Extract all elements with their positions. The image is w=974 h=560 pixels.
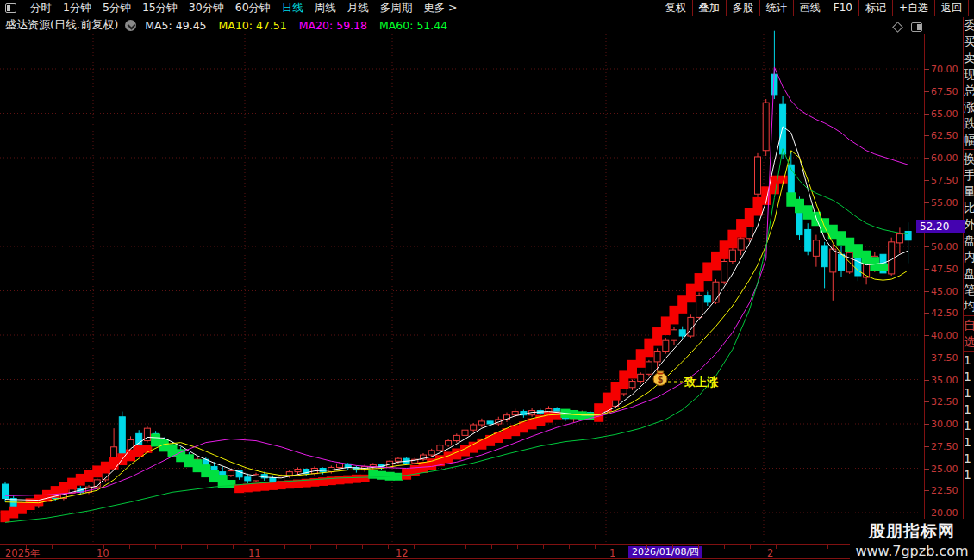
trend-brick xyxy=(360,475,370,482)
price-tick xyxy=(924,69,929,70)
toolbar-button-6[interactable]: 标记 xyxy=(858,0,892,16)
strip-glyph: 跌 xyxy=(964,115,974,132)
stock-title: 盛达资源(日线.前复权) xyxy=(0,17,118,33)
period-tab-4[interactable]: 30分钟 xyxy=(189,1,224,16)
candle-body xyxy=(471,425,477,430)
trend-brick xyxy=(803,205,813,219)
candle-body xyxy=(638,374,644,381)
candle-body xyxy=(337,464,343,467)
period-tab-0[interactable]: 分时 xyxy=(30,1,52,16)
price-label: 55.00 xyxy=(931,197,965,208)
toolbar-button-1[interactable]: 叠加 xyxy=(692,0,726,16)
toolbar-button-3[interactable]: 统计 xyxy=(759,0,793,16)
candle-body xyxy=(3,484,9,498)
period-tab-10[interactable]: 更多 > xyxy=(423,1,457,16)
annotation-text: 致上涨 xyxy=(684,376,719,389)
candle-body xyxy=(654,352,660,362)
candle-body xyxy=(805,229,811,251)
trend-brick xyxy=(670,306,679,325)
period-tab-6[interactable]: 日线 xyxy=(282,1,303,16)
candle-body xyxy=(839,254,845,271)
trend-brick xyxy=(109,457,119,470)
candle-body xyxy=(721,262,727,283)
date-tick xyxy=(672,545,673,549)
toolbar-button-5[interactable]: F10 xyxy=(827,0,858,16)
trend-brick xyxy=(444,451,453,463)
price-label: 70.00 xyxy=(931,64,965,75)
toolbar-button-2[interactable]: 多股 xyxy=(726,0,759,16)
trend-brick xyxy=(393,473,403,481)
trend-brick xyxy=(377,471,386,480)
price-tick xyxy=(924,246,929,247)
price-tick xyxy=(924,446,929,447)
date-tick xyxy=(129,545,130,549)
trend-brick xyxy=(268,482,278,490)
strip-glyph: 1 xyxy=(964,467,974,483)
toolbar-button-7[interactable]: +自选 xyxy=(892,0,934,16)
trend-brick xyxy=(343,476,353,484)
strip-glyph: 1 xyxy=(964,352,974,369)
price-label: 62.50 xyxy=(931,130,965,141)
candle-body xyxy=(696,296,702,318)
price-tick xyxy=(924,158,929,159)
price-tick xyxy=(924,469,929,470)
candle-body xyxy=(671,330,677,340)
ma-readout: MA5: 49.45MA10: 47.51MA20: 59.18MA60: 51… xyxy=(145,19,447,32)
date-tick xyxy=(776,545,777,549)
ma-value-2: MA20: 59.18 xyxy=(299,19,367,32)
ma-value-0: MA5: 49.45 xyxy=(145,19,206,32)
toolbar-button-8[interactable]: 返回 xyxy=(934,0,969,16)
candle-body xyxy=(821,246,827,267)
toolbar-button-4[interactable]: 画线 xyxy=(793,0,827,16)
trend-brick xyxy=(1,510,10,522)
month-label: 12 xyxy=(396,547,409,559)
trend-brick xyxy=(226,480,235,488)
period-tab-5[interactable]: 60分钟 xyxy=(235,1,271,16)
trend-brick xyxy=(578,411,587,420)
layout-toggle-button[interactable] xyxy=(0,0,22,16)
date-tick xyxy=(569,545,570,549)
candle-body xyxy=(896,234,902,243)
candle-body xyxy=(830,249,836,272)
price-label: 42.50 xyxy=(931,308,965,319)
toolbar-right-buttons: 复权叠加多股统计画线F10标记+自选返回 xyxy=(659,0,969,16)
period-tab-3[interactable]: 15分钟 xyxy=(142,1,178,16)
trend-brick xyxy=(184,454,194,467)
chevron-down-icon[interactable] xyxy=(125,20,136,31)
trend-brick xyxy=(252,483,261,492)
period-tab-8[interactable]: 月线 xyxy=(347,1,369,16)
candle-body xyxy=(270,478,276,482)
side-panel-icon[interactable] xyxy=(911,22,922,32)
date-tick xyxy=(465,545,466,549)
trend-brick xyxy=(151,433,160,446)
ma60-line xyxy=(5,149,908,523)
trend-brick xyxy=(92,465,102,477)
period-tab-1[interactable]: 1分钟 xyxy=(63,1,91,16)
strip-glyph: 涨 xyxy=(964,99,974,115)
trend-brick xyxy=(720,240,729,259)
period-tab-9[interactable]: 多周期 xyxy=(380,1,413,16)
trend-brick xyxy=(636,349,646,368)
trend-brick xyxy=(594,403,603,422)
chart-corner-icons xyxy=(894,22,922,32)
trend-brick xyxy=(259,482,269,491)
trend-brick xyxy=(603,393,612,412)
period-tab-2[interactable]: 5分钟 xyxy=(103,1,131,16)
price-label: 57.50 xyxy=(931,175,965,186)
trend-brick xyxy=(736,219,746,238)
candlestick-chart[interactable]: $致上涨 xyxy=(0,33,924,544)
price-tick xyxy=(924,291,929,292)
trading-terminal: 分时1分钟5分钟15分钟30分钟60分钟日线周线月线多周期更多 > 复权叠加多股… xyxy=(0,0,974,560)
toolbar-button-0[interactable]: 复权 xyxy=(659,0,692,16)
strip-glyph: 1 xyxy=(964,451,974,467)
quote-panel-strip[interactable]: 委买卖现总涨跌幅换手量比外盘内盘笔均自选11111111 xyxy=(963,17,974,544)
period-tab-7[interactable]: 周线 xyxy=(315,1,336,16)
price-label: 32.50 xyxy=(931,396,965,408)
diamond-icon[interactable] xyxy=(892,22,903,33)
strip-divider xyxy=(964,315,974,316)
price-tick xyxy=(924,424,929,425)
trend-brick xyxy=(878,264,888,271)
candle-body xyxy=(755,157,761,194)
candle-body xyxy=(119,417,125,455)
date-tick xyxy=(646,545,647,549)
